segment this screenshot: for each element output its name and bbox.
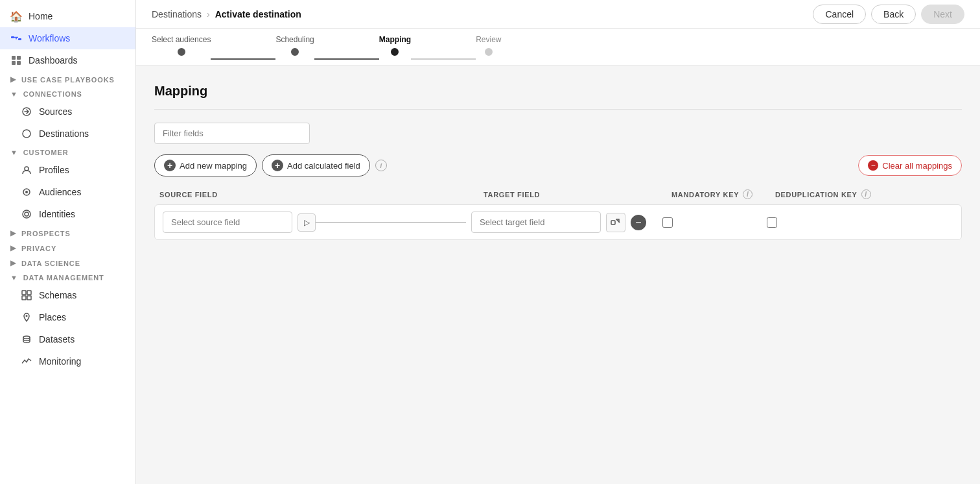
sidebar-item-monitoring[interactable]: Monitoring	[0, 350, 135, 372]
sidebar-section-privacy[interactable]: ▶ PRIVACY	[0, 240, 135, 255]
sidebar-section-prospects[interactable]: ▶ PROSPECTS	[0, 225, 135, 240]
step-scheduling: Scheduling	[275, 35, 314, 56]
target-field-input[interactable]	[471, 212, 601, 233]
step-dot-scheduling	[291, 48, 299, 56]
topbar: Destinations › Activate destination Canc…	[136, 0, 980, 29]
source-field-header: SOURCE FIELD	[159, 191, 458, 199]
step-label-select-audiences: Select audiences	[152, 35, 211, 44]
cancel-button[interactable]: Cancel	[813, 5, 866, 24]
step-label-scheduling: Scheduling	[275, 35, 314, 44]
step-dot-review	[485, 48, 493, 56]
svg-point-13	[23, 210, 30, 218]
sidebar-item-schemas[interactable]: Schemas	[0, 284, 135, 306]
sidebar-item-profiles[interactable]: Profiles	[0, 159, 135, 181]
step-label-review: Review	[476, 35, 501, 44]
page-title: Mapping	[154, 84, 962, 99]
mandatory-key-checkbox[interactable]	[662, 217, 673, 228]
breadcrumb-parent[interactable]: Destinations	[152, 9, 202, 19]
svg-rect-17	[22, 296, 26, 300]
identities-icon	[21, 208, 32, 220]
dashboards-icon	[10, 54, 22, 66]
breadcrumb: Destinations › Activate destination	[152, 9, 301, 19]
datasets-icon	[21, 333, 32, 345]
sidebar-item-places[interactable]: Places	[0, 306, 135, 328]
sidebar-section-data-management[interactable]: ▼ DATA MANAGEMENT	[0, 270, 135, 284]
topbar-actions: Cancel Back Next	[813, 5, 964, 24]
sidebar-section-connections[interactable]: ▼ CONNECTIONS	[0, 86, 135, 101]
schemas-icon	[21, 289, 32, 301]
chevron-right-icon: ▶	[10, 75, 16, 84]
sidebar-item-workflows[interactable]: Workflows	[0, 27, 135, 49]
chevron-right-icon-2: ▶	[10, 229, 16, 237]
actions-row: + Add new mapping + Add calculated field…	[154, 154, 962, 176]
svg-point-10	[25, 167, 29, 171]
filter-row	[154, 123, 962, 144]
step-select-audiences: Select audiences	[152, 35, 211, 56]
info-icon[interactable]: i	[375, 160, 387, 171]
step-connector-3	[411, 58, 476, 60]
clear-all-mappings-button[interactable]: − Clear all mappings	[858, 155, 962, 176]
audiences-icon	[21, 186, 32, 198]
svg-point-14	[25, 212, 29, 216]
arrow-section: ▷	[298, 213, 466, 232]
step-mapping: Mapping	[379, 35, 411, 56]
destinations-icon	[21, 128, 32, 139]
sidebar-section-use-case-playbooks[interactable]: ▶ USE CASE PLAYBOOKS	[0, 71, 135, 86]
target-expand-button[interactable]	[606, 213, 625, 232]
next-button[interactable]: Next	[921, 5, 964, 24]
step-dot-select-audiences	[178, 48, 185, 56]
profiles-icon	[21, 164, 32, 176]
mapping-table-header: SOURCE FIELD TARGET FIELD MANDATORY KEY …	[154, 189, 962, 204]
svg-rect-15	[22, 291, 26, 295]
source-arrow-button[interactable]: ▷	[298, 213, 316, 232]
add-new-mapping-button[interactable]: + Add new mapping	[154, 154, 257, 176]
step-connector-2	[314, 58, 379, 60]
sidebar-item-datasets[interactable]: Datasets	[0, 328, 135, 350]
svg-rect-21	[611, 221, 615, 224]
step-label-mapping: Mapping	[379, 35, 411, 44]
clear-icon: −	[868, 160, 878, 171]
step-connector-1	[211, 58, 275, 60]
connector-line	[316, 222, 466, 223]
deduplication-key-header: DEDUPLICATION KEY i	[775, 189, 879, 199]
deduplication-key-checkbox[interactable]	[767, 217, 777, 228]
sidebar-item-sources[interactable]: Sources	[0, 101, 135, 123]
filter-input[interactable]	[154, 123, 310, 144]
sidebar: 🏠 Home Workflows Dashboards ▶ USE CASE P…	[0, 0, 136, 484]
sidebar-item-identities[interactable]: Identities	[0, 203, 135, 225]
svg-rect-7	[17, 61, 21, 65]
sources-icon	[21, 106, 32, 117]
svg-rect-1	[18, 38, 21, 40]
places-icon	[21, 311, 32, 323]
home-icon: 🏠	[10, 10, 22, 22]
sidebar-item-audiences[interactable]: Audiences	[0, 181, 135, 203]
remove-mapping-button[interactable]: −	[631, 215, 646, 230]
mandatory-key-cell	[651, 217, 684, 228]
sidebar-item-home[interactable]: 🏠 Home	[0, 5, 135, 27]
sidebar-section-data-science[interactable]: ▶ DATA SCIENCE	[0, 255, 135, 270]
stepper-bar: Select audiences Scheduling Mapping Revi…	[136, 29, 980, 66]
mandatory-key-header: MANDATORY KEY i	[671, 189, 775, 199]
add-calculated-icon: +	[272, 160, 283, 171]
svg-rect-16	[27, 291, 31, 295]
svg-point-12	[25, 191, 28, 193]
sidebar-item-destinations[interactable]: Destinations	[0, 123, 135, 145]
mandatory-info-icon[interactable]: i	[743, 189, 752, 199]
workflows-icon	[10, 32, 22, 44]
stepper: Select audiences Scheduling Mapping Revi…	[152, 35, 964, 56]
content-area: Mapping + Add new mapping + Add calculat…	[136, 66, 980, 484]
sidebar-section-customer[interactable]: ▼ CUSTOMER	[0, 145, 135, 159]
back-button[interactable]: Back	[871, 5, 916, 24]
chevron-right-icon-3: ▶	[10, 244, 16, 252]
source-field-input[interactable]	[163, 212, 292, 233]
sidebar-item-dashboards[interactable]: Dashboards	[0, 49, 135, 71]
step-dot-mapping	[391, 48, 399, 56]
svg-rect-4	[12, 56, 16, 60]
deduplication-key-cell	[746, 217, 798, 228]
dedup-info-icon[interactable]: i	[861, 189, 871, 199]
chevron-down-icon-3: ▼	[10, 274, 18, 282]
svg-point-9	[23, 130, 30, 138]
add-calculated-field-button[interactable]: + Add calculated field	[262, 154, 370, 176]
target-field-header: TARGET FIELD	[484, 191, 639, 199]
chevron-right-icon-4: ▶	[10, 259, 16, 267]
